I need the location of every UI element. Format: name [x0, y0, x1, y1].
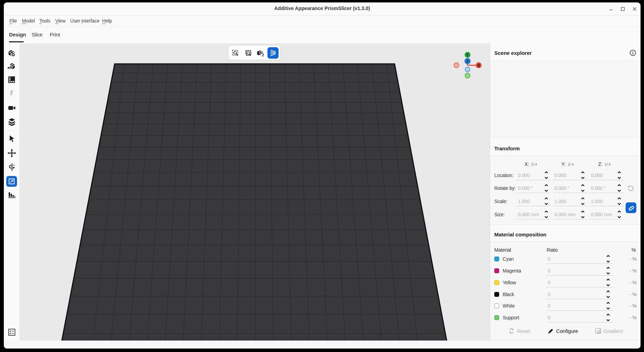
svg-text:Y: Y	[466, 52, 469, 58]
svg-text:X: X	[477, 63, 480, 68]
svg-text:Z: Z	[466, 59, 469, 64]
